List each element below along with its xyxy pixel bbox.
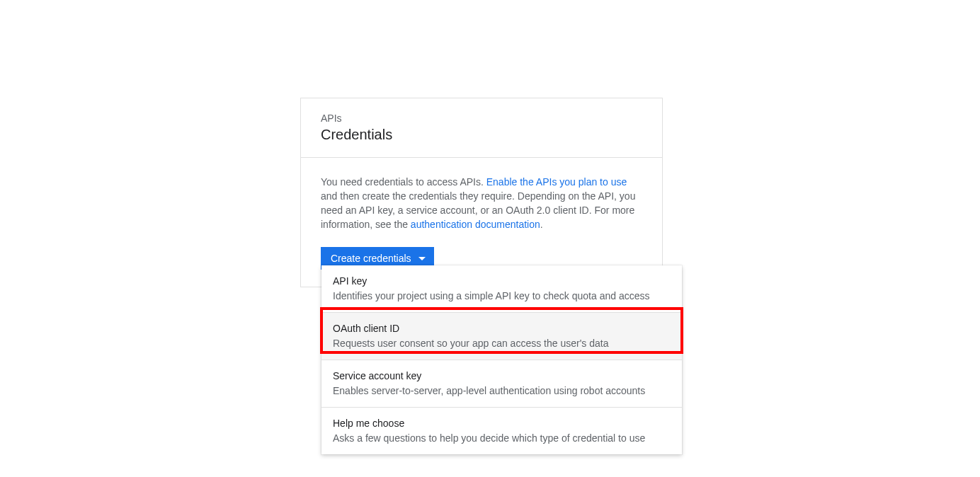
create-credentials-label: Create credentials: [331, 253, 411, 264]
panel-title: Credentials: [321, 127, 642, 143]
dropdown-item-desc: Enables server-to-server, app-level auth…: [333, 384, 671, 397]
credentials-panel: APIs Credentials You need credentials to…: [300, 98, 663, 287]
dropdown-item-desc: Identifies your project using a simple A…: [333, 289, 671, 302]
dropdown-item-api-key[interactable]: API key Identifies your project using a …: [321, 265, 682, 313]
chevron-down-icon: [418, 257, 426, 260]
panel-description: You need credentials to access APIs. Ena…: [321, 175, 642, 231]
auth-docs-link[interactable]: authentication documentation: [411, 219, 540, 230]
dropdown-item-help-me-choose[interactable]: Help me choose Asks a few questions to h…: [321, 408, 682, 454]
dropdown-item-title: Service account key: [333, 370, 671, 381]
panel-header: APIs Credentials: [301, 98, 662, 158]
dropdown-item-title: Help me choose: [333, 418, 671, 429]
dropdown-item-desc: Requests user consent so your app can ac…: [333, 337, 671, 350]
dropdown-item-title: API key: [333, 275, 671, 287]
dropdown-item-oauth-client-id[interactable]: OAuth client ID Requests user consent so…: [321, 313, 682, 360]
desc-text-1: You need credentials to access APIs.: [321, 176, 486, 188]
create-credentials-dropdown: API key Identifies your project using a …: [321, 265, 682, 454]
panel-overline: APIs: [321, 113, 642, 124]
desc-text-3: .: [540, 219, 543, 230]
dropdown-item-title: OAuth client ID: [333, 323, 671, 334]
enable-apis-link[interactable]: Enable the APIs you plan to use: [486, 176, 627, 188]
dropdown-item-desc: Asks a few questions to help you decide …: [333, 432, 671, 444]
dropdown-item-service-account-key[interactable]: Service account key Enables server-to-se…: [321, 360, 682, 408]
